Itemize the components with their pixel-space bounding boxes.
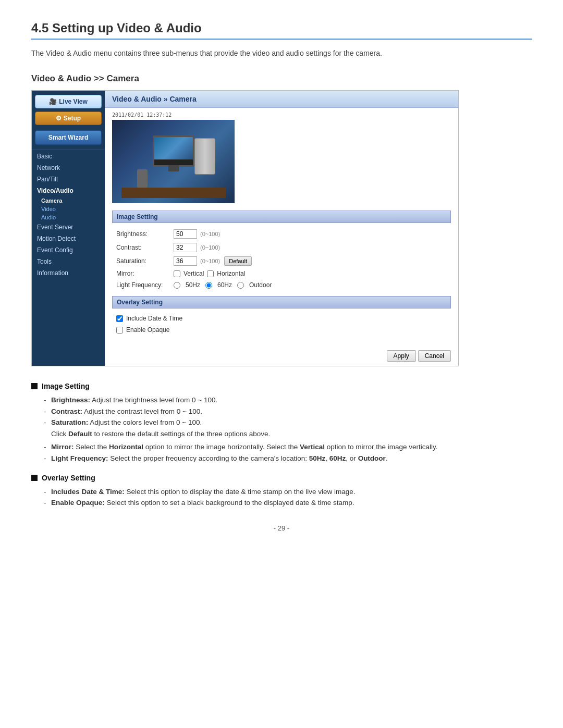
- sidebar-item-pantilt[interactable]: Pan/Tilt: [32, 174, 105, 185]
- image-setting-description: Image Setting Brightness: Adjust the bri…: [31, 382, 532, 464]
- setup-button[interactable]: ⚙ Setup: [35, 112, 102, 125]
- brightness-row: Brightness: (0~100): [112, 227, 451, 241]
- subsection-title: Video & Audio >> Camera: [31, 73, 532, 84]
- desk-surface: [121, 188, 226, 198]
- bullet-contrast: Contrast: Adjust the contrast level from…: [44, 406, 532, 417]
- mirror-vertical-checkbox[interactable]: [174, 270, 180, 277]
- saturation-row: Saturation: (0~100) Default: [112, 254, 451, 268]
- speaker: [137, 169, 148, 188]
- monitor: [153, 135, 194, 167]
- bullet-square-icon2: [31, 475, 38, 481]
- sidebar-item-audio[interactable]: Audio: [32, 213, 105, 221]
- overlay-setting-bullet-title: Overlay Setting: [31, 474, 532, 482]
- monitor-stand: [168, 165, 179, 171]
- light-freq-row: Light Frequency: 50Hz 60Hz Outdoor: [112, 279, 451, 291]
- image-bullets-list2: Mirror: Select the Horizontal option to …: [31, 441, 532, 464]
- sidebar-item-video[interactable]: Video: [32, 205, 105, 213]
- page-number: - 29 -: [31, 524, 532, 532]
- image-bullets-list: Brightness: Adjust the brightness level …: [31, 394, 532, 428]
- sidebar-item-videoaudio[interactable]: Video/Audio: [32, 185, 105, 196]
- contrast-row: Contrast: (0~100): [112, 241, 451, 254]
- sidebar-item-basic[interactable]: Basic: [32, 151, 105, 162]
- include-datetime-label: Include Date & Time: [126, 315, 182, 322]
- action-buttons: Apply Cancel: [105, 346, 458, 366]
- enable-opaque-row: Enable Opaque: [112, 324, 451, 336]
- sidebar-item-camera[interactable]: Camera: [32, 196, 105, 205]
- overlay-setting-header: Overlay Setting: [112, 296, 451, 309]
- image-setting-header: Image Setting: [112, 211, 451, 223]
- freq-options: 50Hz 60Hz Outdoor: [174, 281, 272, 289]
- include-datetime-option: Include Date & Time: [116, 315, 182, 322]
- sidebar-divider: [32, 149, 105, 150]
- sidebar-item-eventserver[interactable]: Event Server: [32, 221, 105, 233]
- overlay-setting-group: Overlay Setting Include Date & Time Enab…: [112, 296, 451, 336]
- mirror-options: Vertical Horizontal: [174, 270, 245, 277]
- light-freq-label: Light Frequency:: [116, 281, 174, 289]
- image-setting-bullet-title: Image Setting: [31, 382, 532, 390]
- settings-area: Image Setting Brightness: (0~100) Contra…: [105, 207, 458, 344]
- monitor-screen: [154, 137, 193, 159]
- mirror-label: Mirror:: [116, 270, 174, 277]
- default-button[interactable]: Default: [224, 256, 252, 266]
- setup-icon: ⚙: [56, 115, 62, 122]
- panel-header: Video & Audio » Camera: [105, 91, 458, 108]
- freq-50hz-label: 50Hz: [186, 281, 200, 289]
- click-note: Click Default to restore the default set…: [31, 428, 532, 440]
- cancel-button[interactable]: Cancel: [418, 350, 451, 362]
- bullet-saturation: Saturation: Adjust the colors level from…: [44, 417, 532, 428]
- enable-opaque-option: Enable Opaque: [116, 326, 169, 334]
- freq-outdoor-radio[interactable]: [237, 282, 244, 289]
- contrast-label: Contrast:: [116, 244, 174, 251]
- sidebar-item-information[interactable]: Information: [32, 267, 105, 279]
- image-setting-group: Image Setting Brightness: (0~100) Contra…: [112, 211, 451, 291]
- bullet-enable-opaque: Enable Opaque: Select this option to set…: [44, 497, 532, 509]
- apply-button[interactable]: Apply: [387, 350, 416, 362]
- sidebar: 🎥 Live View ⚙ Setup Smart Wizard Basic N…: [32, 91, 105, 366]
- contrast-range: (0~100): [200, 244, 220, 251]
- bullet-square-icon: [31, 383, 38, 389]
- include-datetime-row: Include Date & Time: [112, 313, 451, 324]
- saturation-label: Saturation:: [116, 257, 174, 265]
- bullet-brightness: Brightness: Adjust the brightness level …: [44, 394, 532, 406]
- overlay-setting-description: Overlay Setting Includes Date & Time: Se…: [31, 474, 532, 509]
- freq-50hz-radio[interactable]: [174, 282, 180, 289]
- enable-opaque-checkbox[interactable]: [116, 327, 123, 334]
- bullet-lightfreq: Light Frequency: Select the proper frequ…: [44, 453, 532, 464]
- description-section: Image Setting Brightness: Adjust the bri…: [31, 382, 532, 509]
- include-datetime-checkbox[interactable]: [116, 315, 123, 322]
- mirror-row: Mirror: Vertical Horizontal: [112, 268, 451, 279]
- mirror-horizontal-checkbox[interactable]: [207, 270, 214, 277]
- contrast-input[interactable]: [174, 243, 197, 252]
- camera-image: [112, 120, 235, 203]
- brightness-label: Brightness:: [116, 230, 174, 238]
- saturation-input[interactable]: [174, 256, 197, 266]
- enable-opaque-label: Enable Opaque: [126, 326, 169, 334]
- sidebar-item-eventconfig[interactable]: Event Config: [32, 244, 105, 256]
- bullet-include-datetime: Includes Date & Time: Select this option…: [44, 486, 532, 498]
- sidebar-item-tools[interactable]: Tools: [32, 256, 105, 267]
- overlay-bullets-list: Includes Date & Time: Select this option…: [31, 486, 532, 509]
- freq-outdoor-label: Outdoor: [249, 281, 272, 289]
- freq-60hz-radio[interactable]: [205, 282, 212, 289]
- camera-timestamp: 2011/02/01 12:37:12: [112, 112, 451, 118]
- camera-icon: 🎥: [49, 98, 57, 105]
- main-content: Video & Audio » Camera 2011/02/01 12:37:…: [105, 91, 458, 366]
- freq-60hz-label: 60Hz: [217, 281, 232, 289]
- sidebar-item-motiondetect[interactable]: Motion Detect: [32, 233, 105, 244]
- brightness-range: (0~100): [200, 231, 220, 237]
- mirror-vertical-label: Vertical: [183, 270, 204, 277]
- ui-panel: 🎥 Live View ⚙ Setup Smart Wizard Basic N…: [31, 90, 459, 366]
- live-view-button[interactable]: 🎥 Live View: [35, 95, 102, 108]
- section-title: 4.5 Setting up Video & Audio: [31, 21, 532, 40]
- saturation-range: (0~100): [200, 258, 220, 264]
- desk-scene: [121, 125, 226, 198]
- camera-view: 2011/02/01 12:37:12: [105, 108, 458, 207]
- bullet-mirror: Mirror: Select the Horizontal option to …: [44, 441, 532, 453]
- sidebar-item-network[interactable]: Network: [32, 162, 105, 174]
- intro-text: The Video & Audio menu contains three su…: [31, 48, 532, 59]
- mirror-horizontal-label: Horizontal: [217, 270, 245, 277]
- computer-case: [194, 138, 215, 175]
- brightness-input[interactable]: [174, 229, 197, 239]
- smart-wizard-button[interactable]: Smart Wizard: [35, 130, 102, 145]
